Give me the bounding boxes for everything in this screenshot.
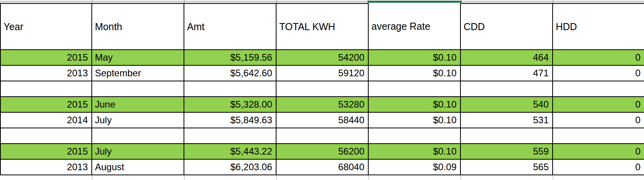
cell-month[interactable]: July [92, 144, 184, 160]
cell-total-kwh[interactable]: 58440 [277, 113, 369, 128]
cell-total-kwh[interactable]: 56200 [277, 144, 369, 160]
cell-cdd[interactable]: 565 [461, 160, 553, 175]
bottom-vertical-gridline [184, 175, 185, 180]
cell-average-rate[interactable]: $0.10 [369, 66, 461, 81]
header-total-kwh[interactable]: TOTAL KWH [277, 3, 369, 50]
cell-year[interactable] [0, 128, 92, 144]
top-vertical-gridline [184, 0, 185, 3]
header-average-rate[interactable]: average Rate [369, 3, 461, 50]
cell-cdd[interactable]: 540 [461, 97, 553, 113]
cell-total-kwh[interactable]: 68040 [277, 160, 369, 175]
top-vertical-gridline [92, 0, 93, 3]
cell-hdd[interactable] [553, 81, 644, 97]
cell-cdd[interactable]: 471 [461, 66, 553, 81]
top-vertical-gridline [553, 0, 553, 3]
cell-amt[interactable] [184, 81, 277, 97]
cell-hdd[interactable]: 0 [553, 66, 644, 81]
bottom-vertical-gridline [276, 175, 277, 180]
cell-cdd[interactable] [461, 128, 553, 144]
cell-amt[interactable]: $5,328.00 [184, 97, 277, 113]
cell-cdd[interactable] [461, 81, 553, 97]
table: Year Month Amt TOTAL KWH average Rate CD… [0, 3, 644, 175]
cell-month[interactable]: May [92, 50, 184, 66]
cell-amt[interactable] [184, 128, 277, 144]
cell-total-kwh[interactable]: 59120 [277, 66, 369, 81]
cell-hdd[interactable] [553, 128, 644, 144]
top-gridline-strip [0, 0, 644, 3]
cell-total-kwh[interactable]: 54200 [277, 50, 369, 66]
cell-year[interactable]: 2013 [0, 160, 92, 175]
cell-cdd[interactable]: 531 [461, 113, 553, 128]
cell-hdd[interactable]: 0 [553, 113, 644, 128]
cell-year[interactable]: 2015 [0, 50, 92, 66]
cell-amt[interactable]: $5,443.22 [184, 144, 277, 160]
cell-year[interactable]: 2015 [0, 144, 92, 160]
cell-amt[interactable]: $5,159.56 [184, 50, 277, 66]
bottom-vertical-gridline [460, 175, 461, 180]
cell-cdd[interactable]: 559 [461, 144, 553, 160]
cell-average-rate[interactable] [369, 128, 461, 144]
cell-year[interactable]: 2013 [0, 66, 92, 81]
cell-hdd[interactable]: 0 [553, 97, 644, 113]
selected-cell-bottom-border [367, 1, 462, 3]
cell-hdd[interactable]: 0 [553, 160, 644, 175]
bottom-vertical-gridline [368, 175, 369, 180]
top-horizontal-gridline [0, 2, 644, 2]
header-year[interactable]: Year [0, 3, 92, 50]
cell-total-kwh[interactable] [277, 81, 369, 97]
cell-average-rate[interactable]: $0.10 [369, 50, 461, 66]
cell-total-kwh[interactable] [277, 128, 369, 144]
cell-month[interactable]: August [92, 160, 184, 175]
header-amt[interactable]: Amt [184, 3, 277, 50]
cell-month[interactable]: June [92, 97, 184, 113]
cell-year[interactable]: 2014 [0, 113, 92, 128]
cell-hdd[interactable]: 0 [553, 144, 644, 160]
cell-total-kwh[interactable]: 53280 [277, 97, 369, 113]
cell-year[interactable] [0, 81, 92, 97]
cell-average-rate[interactable]: $0.10 [369, 113, 461, 128]
header-cdd[interactable]: CDD [461, 3, 553, 50]
cell-hdd[interactable]: 0 [553, 50, 644, 66]
cell-month[interactable] [92, 128, 184, 144]
cell-amt[interactable]: $5,642.60 [184, 66, 277, 81]
bottom-vertical-gridline [553, 175, 553, 180]
top-vertical-gridline [276, 0, 277, 3]
cell-average-rate[interactable]: $0.09 [369, 160, 461, 175]
cell-month[interactable] [92, 81, 184, 97]
cell-month[interactable]: September [92, 66, 184, 81]
cell-average-rate[interactable]: $0.10 [369, 144, 461, 160]
header-hdd[interactable]: HDD [553, 3, 644, 50]
cell-average-rate[interactable]: $0.10 [369, 97, 461, 113]
cell-year[interactable]: 2015 [0, 97, 92, 113]
bottom-vertical-gridline [92, 175, 93, 180]
spreadsheet-view: Year Month Amt TOTAL KWH average Rate CD… [0, 0, 644, 180]
cell-month[interactable]: July [92, 113, 184, 128]
cell-cdd[interactable]: 464 [461, 50, 553, 66]
cell-amt[interactable]: $6,203.06 [184, 160, 277, 175]
header-month[interactable]: Month [92, 3, 184, 50]
cell-average-rate[interactable] [369, 81, 461, 97]
cell-amt[interactable]: $5,849.63 [184, 113, 277, 128]
bottom-gridline-strip [0, 175, 644, 180]
